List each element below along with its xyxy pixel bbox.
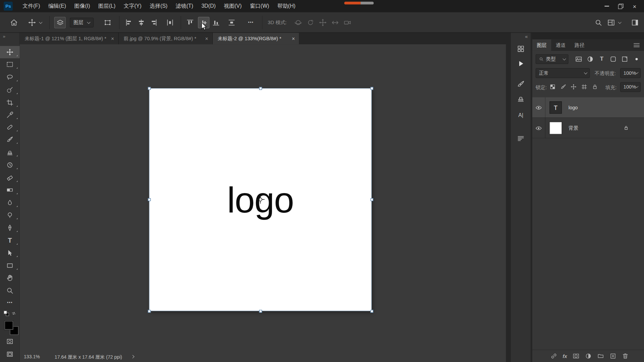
menu-filter[interactable]: 滤镜(T)	[172, 0, 198, 12]
filter-adjustment-layers-icon[interactable]	[587, 55, 594, 63]
rectangle-tool[interactable]	[0, 259, 20, 272]
blend-mode-dropdown[interactable]: 正常	[536, 68, 590, 78]
3d-zoom-camera-icon[interactable]	[343, 18, 352, 26]
3d-pan-icon[interactable]	[319, 18, 327, 26]
menu-image[interactable]: 图像(I)	[70, 0, 94, 12]
path-selection-tool[interactable]	[0, 247, 20, 259]
transform-handle-bottom-right[interactable]	[370, 310, 373, 313]
panel-toggle-icon[interactable]	[631, 18, 639, 26]
delete-layer-icon[interactable]	[622, 353, 629, 360]
brush-settings-panel-icon[interactable]	[517, 80, 525, 88]
menu-layer[interactable]: 图层(L)	[94, 0, 120, 12]
menu-select[interactable]: 选择(S)	[146, 0, 172, 12]
link-layers-icon[interactable]	[550, 353, 557, 360]
crop-tool[interactable]	[0, 97, 20, 109]
search-icon[interactable]	[594, 18, 602, 26]
screen-mode-icon[interactable]	[6, 351, 13, 358]
status-bar-chevron-icon[interactable]	[131, 355, 134, 358]
toolbar-expand-icon[interactable]: »	[3, 34, 5, 39]
filter-smart-objects-icon[interactable]	[621, 55, 628, 63]
menu-help[interactable]: 帮助(H)	[273, 0, 300, 12]
distribute-vertical-icon[interactable]	[227, 18, 235, 26]
brush-tool[interactable]	[0, 133, 20, 146]
layer-visibility-cell[interactable]	[532, 118, 545, 138]
edit-toolbar-icon[interactable]: •••	[0, 300, 20, 305]
transform-handle-bottom-center[interactable]	[259, 310, 262, 313]
align-right-edges-icon[interactable]	[150, 18, 158, 26]
minimize-button[interactable]	[600, 0, 614, 12]
opacity-dropdown[interactable]: 100%	[620, 68, 641, 78]
menu-edit[interactable]: 编辑(E)	[44, 0, 70, 12]
close-button[interactable]: ×	[628, 0, 642, 12]
hand-tool[interactable]	[0, 272, 20, 284]
transform-handle-top-left[interactable]	[148, 87, 151, 90]
3d-roll-icon[interactable]	[306, 18, 314, 26]
document-tab-1-close-icon[interactable]: ×	[111, 36, 114, 42]
align-horizontal-centers-icon[interactable]	[137, 18, 145, 26]
workspace-switcher-icon[interactable]	[607, 18, 615, 26]
tool-preset-chevron-icon[interactable]	[39, 20, 42, 24]
layer-row-logo[interactable]: T logo	[532, 97, 644, 118]
document-tab-2[interactable]: 前.jpg @ 70.9% (背景, RGB/8#) * ×	[119, 33, 213, 44]
background-layer-thumbnail[interactable]	[549, 122, 562, 134]
lock-position-icon[interactable]	[571, 84, 577, 90]
auto-select-button[interactable]	[54, 17, 66, 28]
menu-type[interactable]: 文字(Y)	[119, 0, 146, 12]
transform-handle-middle-right[interactable]	[370, 198, 373, 201]
distribute-horizontal-icon[interactable]	[166, 18, 174, 26]
more-options-icon[interactable]: •••	[248, 20, 254, 24]
filter-type-layers-icon[interactable]: T	[598, 55, 605, 62]
lock-artboard-nesting-icon[interactable]	[581, 84, 587, 90]
text-layer-thumbnail[interactable]: T	[549, 101, 562, 114]
blur-tool[interactable]	[0, 197, 20, 209]
tab-channels[interactable]: 通道	[551, 40, 570, 51]
filter-pixel-layers-icon[interactable]	[575, 55, 582, 63]
align-vertical-centers-button[interactable]	[198, 17, 209, 28]
quick-mask-mode-icon[interactable]	[6, 338, 13, 345]
foreground-color-swatch[interactable]	[4, 321, 13, 330]
gradient-tool[interactable]	[0, 184, 20, 196]
add-layer-mask-icon[interactable]	[573, 353, 580, 360]
eyedropper-tool[interactable]	[0, 109, 20, 121]
transform-reference-point-icon[interactable]	[256, 195, 265, 204]
restore-button[interactable]	[613, 0, 628, 12]
transform-handle-bottom-left[interactable]	[148, 310, 151, 313]
paragraph-panel-icon[interactable]	[517, 135, 525, 143]
clone-stamp-tool[interactable]	[0, 146, 20, 159]
history-brush-tool[interactable]	[0, 159, 20, 171]
3d-orbit-icon[interactable]	[294, 18, 302, 26]
document-tab-3-close-icon[interactable]: ×	[292, 36, 295, 42]
layer-name-background[interactable]: 背景	[569, 118, 578, 138]
spot-healing-brush-tool[interactable]	[0, 121, 20, 133]
align-top-edges-icon[interactable]	[186, 18, 194, 26]
filter-toggle-icon[interactable]	[634, 57, 639, 62]
layer-visibility-cell[interactable]	[532, 97, 545, 118]
photoshop-logo-icon[interactable]: Ps	[4, 2, 13, 11]
menu-view[interactable]: 视图(V)	[220, 0, 246, 12]
lock-transparent-pixels-icon[interactable]	[549, 84, 555, 90]
tab-layers[interactable]: 图层	[532, 40, 551, 51]
pen-tool[interactable]	[0, 222, 20, 234]
lock-image-pixels-icon[interactable]	[560, 84, 566, 90]
layer-name-logo[interactable]: logo	[569, 97, 578, 118]
move-tool[interactable]	[0, 46, 20, 58]
transform-handle-top-right[interactable]	[370, 87, 373, 90]
dodge-tool[interactable]	[0, 209, 20, 221]
document-tab-3-active[interactable]: 未标题-2 @ 133%(RGB/8#) * ×	[213, 33, 299, 44]
quick-selection-tool[interactable]	[0, 84, 20, 96]
rectangular-marquee-tool[interactable]	[0, 58, 20, 71]
workspace-chevron-icon[interactable]	[618, 20, 622, 24]
libraries-panel-icon[interactable]	[517, 45, 525, 53]
layer-row-background[interactable]: 背景	[532, 118, 644, 138]
show-transform-controls-icon[interactable]	[104, 18, 112, 26]
expand-panels-icon[interactable]: «	[525, 34, 528, 39]
align-left-edges-icon[interactable]	[125, 18, 133, 26]
swap-colors-icon[interactable]	[11, 311, 16, 316]
transform-handle-top-center[interactable]	[259, 87, 262, 90]
lock-all-icon[interactable]	[592, 84, 598, 90]
eraser-tool[interactable]	[0, 172, 20, 184]
document-tab-1[interactable]: 未标题-1 @ 121% (图层 1, RGB/8#) * ×	[20, 33, 119, 44]
tool-preset-move-icon[interactable]	[28, 18, 36, 26]
menu-file[interactable]: 文件(F)	[18, 0, 44, 12]
3d-slide-icon[interactable]	[331, 18, 339, 26]
